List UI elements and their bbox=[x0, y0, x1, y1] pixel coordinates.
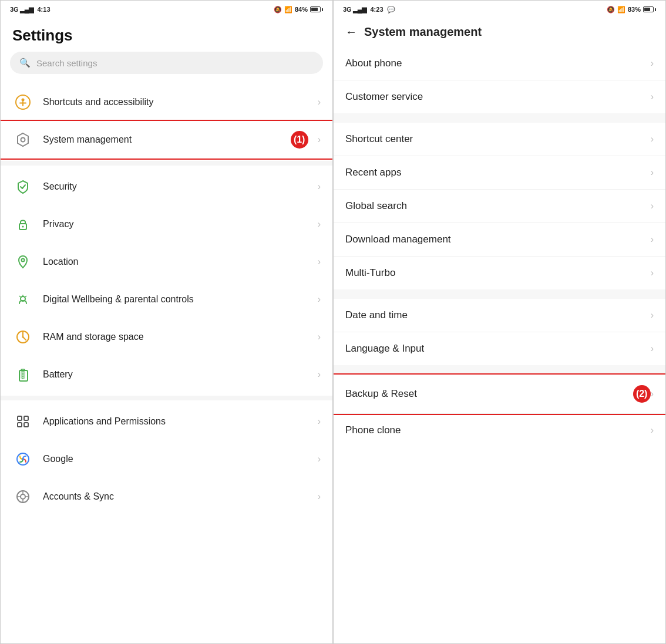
chevron-customer-service: › bbox=[651, 92, 654, 102]
security-label: Security bbox=[43, 181, 308, 193]
search-bar[interactable]: 🔍 Search settings bbox=[10, 52, 323, 74]
chevron-apps: › bbox=[318, 416, 321, 427]
chevron-location: › bbox=[318, 257, 321, 267]
time-right: 4:23 bbox=[370, 6, 383, 13]
chevron-shortcuts: › bbox=[318, 97, 321, 107]
left-screen-content: Settings 🔍 Search settings Shortcuts and… bbox=[1, 17, 332, 643]
menu-item-phone-clone[interactable]: Phone clone › bbox=[334, 414, 665, 447]
divider-2 bbox=[1, 396, 332, 400]
right-divider-1 bbox=[334, 113, 665, 123]
about-phone-label: About phone bbox=[345, 58, 651, 69]
wellbeing-icon bbox=[12, 289, 33, 310]
menu-item-date-time[interactable]: Date and time › bbox=[334, 299, 665, 332]
chevron-global-search: › bbox=[651, 201, 654, 211]
menu-item-recent-apps[interactable]: Recent apps › bbox=[334, 156, 665, 190]
left-phone-screen: 3G ▂▄▆ 4:13 🔕 📶 84% Settings 🔍 Search se… bbox=[0, 0, 333, 644]
system-icon bbox=[12, 129, 33, 150]
recent-apps-label: Recent apps bbox=[345, 167, 651, 178]
accounts-sync-label: Accounts & Sync bbox=[43, 491, 308, 503]
phone-clone-label: Phone clone bbox=[345, 424, 651, 436]
settings-title: Settings bbox=[1, 17, 332, 52]
chevron-language-input: › bbox=[651, 343, 654, 354]
chevron-recent-apps: › bbox=[651, 167, 654, 178]
location-label: Location bbox=[43, 256, 308, 268]
chevron-security: › bbox=[318, 181, 321, 192]
chevron-about-phone: › bbox=[651, 58, 654, 69]
google-icon bbox=[12, 449, 33, 470]
svg-point-11 bbox=[22, 336, 24, 338]
download-management-label: Download management bbox=[345, 234, 651, 245]
chevron-battery: › bbox=[318, 369, 321, 380]
svg-marker-4 bbox=[18, 133, 28, 146]
menu-item-customer-service[interactable]: Customer service › bbox=[334, 80, 665, 113]
chevron-date-time: › bbox=[651, 310, 654, 321]
chevron-backup-reset: › bbox=[651, 389, 654, 399]
menu-item-shortcuts[interactable]: Shortcuts and accessibility › bbox=[1, 83, 332, 121]
shortcut-center-label: Shortcut center bbox=[345, 133, 651, 145]
right-section-1: About phone › Customer service › bbox=[334, 47, 665, 113]
svg-point-1 bbox=[22, 99, 25, 102]
menu-item-language-input[interactable]: Language & Input › bbox=[334, 332, 665, 365]
menu-item-applications[interactable]: Applications and Permissions › bbox=[1, 403, 332, 440]
wifi-icon: 📶 bbox=[284, 6, 292, 14]
battery-icon-left bbox=[310, 6, 323, 12]
battery-percent-left: 84% bbox=[295, 6, 308, 13]
signal-bars-right: ▂▄▆ bbox=[353, 6, 367, 14]
accessibility-icon bbox=[12, 92, 33, 113]
search-icon: 🔍 bbox=[19, 58, 31, 68]
menu-item-privacy[interactable]: Privacy › bbox=[1, 205, 332, 243]
mute-icon: 🔕 bbox=[274, 6, 282, 14]
svg-point-8 bbox=[22, 259, 25, 262]
right-phone-screen: 3G ▂▄▆ 4:23 💬 🔕 📶 83% ← System managemen… bbox=[333, 0, 666, 644]
menu-item-battery[interactable]: Battery › bbox=[1, 356, 332, 393]
battery-label: Battery bbox=[43, 369, 308, 381]
menu-item-digital-wellbeing[interactable]: Digital Wellbeing & parental controls › bbox=[1, 281, 332, 318]
privacy-icon bbox=[12, 214, 33, 235]
security-icon bbox=[12, 176, 33, 197]
chevron-shortcut-center: › bbox=[651, 134, 654, 144]
status-left-right: 3G ▂▄▆ 4:23 💬 bbox=[343, 6, 395, 14]
menu-item-ram-storage[interactable]: RAM and storage space › bbox=[1, 318, 332, 356]
digital-wellbeing-label: Digital Wellbeing & parental controls bbox=[43, 294, 308, 306]
back-button[interactable]: ← bbox=[345, 25, 357, 39]
language-input-label: Language & Input bbox=[345, 343, 651, 355]
right-section-4: Backup & Reset (2) › Phone clone › bbox=[334, 375, 665, 447]
signal-bars: ▂▄▆ bbox=[20, 6, 34, 14]
message-icon: 💬 bbox=[387, 6, 395, 14]
right-screen-header: ← System management bbox=[334, 17, 665, 47]
menu-item-location[interactable]: Location › bbox=[1, 243, 332, 281]
right-screen-title: System management bbox=[364, 25, 482, 39]
apps-icon bbox=[12, 411, 33, 432]
svg-rect-18 bbox=[18, 423, 22, 427]
menu-item-google[interactable]: Google › bbox=[1, 440, 332, 478]
menu-item-about-phone[interactable]: About phone › bbox=[334, 47, 665, 80]
menu-item-shortcut-center[interactable]: Shortcut center › bbox=[334, 123, 665, 156]
chevron-wellbeing: › bbox=[318, 294, 321, 305]
svg-rect-19 bbox=[24, 423, 28, 427]
chevron-system: › bbox=[318, 134, 321, 145]
signal-text-right: 3G bbox=[343, 6, 352, 13]
right-divider-3 bbox=[334, 365, 665, 375]
menu-item-security[interactable]: Security › bbox=[1, 168, 332, 205]
search-placeholder-text: Search settings bbox=[36, 58, 97, 68]
status-bar-right: 3G ▂▄▆ 4:23 💬 🔕 📶 83% bbox=[334, 1, 665, 17]
menu-item-accounts-sync[interactable]: Accounts & Sync › bbox=[1, 478, 332, 515]
svg-point-7 bbox=[22, 226, 24, 228]
menu-item-multi-turbo[interactable]: Multi-Turbo › bbox=[334, 257, 665, 289]
global-search-label: Global search bbox=[345, 200, 651, 212]
status-right-right: 🔕 📶 83% bbox=[607, 6, 656, 14]
menu-item-global-search[interactable]: Global search › bbox=[334, 190, 665, 223]
chevron-accounts: › bbox=[318, 491, 321, 502]
menu-item-system-management[interactable]: System management (1) › bbox=[1, 121, 332, 159]
privacy-label: Privacy bbox=[43, 218, 308, 231]
svg-point-23 bbox=[21, 494, 25, 499]
menu-item-download-management[interactable]: Download management › bbox=[334, 223, 665, 257]
menu-item-backup-reset[interactable]: Backup & Reset (2) › bbox=[334, 375, 665, 414]
battery-menu-icon bbox=[12, 364, 33, 385]
svg-rect-16 bbox=[18, 416, 22, 420]
right-section-3: Date and time › Language & Input › bbox=[334, 299, 665, 365]
svg-rect-14 bbox=[21, 372, 25, 379]
customer-service-label: Customer service bbox=[345, 91, 651, 103]
backup-reset-label: Backup & Reset bbox=[345, 388, 630, 400]
annotation-badge-2: (2) bbox=[633, 385, 651, 403]
